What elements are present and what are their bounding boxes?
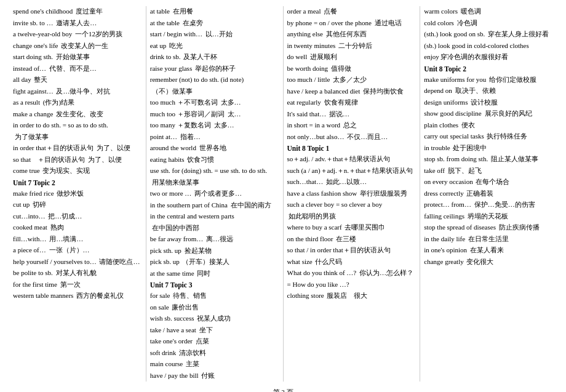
- list-item: cooked meat 熟肉: [13, 222, 142, 233]
- chinese-text: 第一次: [58, 279, 81, 290]
- list-item: point at… 指着…: [150, 132, 279, 142]
- english-text: by phone = on / over the phone: [287, 18, 372, 28]
- english-text: take one's order: [150, 336, 193, 346]
- chinese-text: 服装店 很大: [325, 290, 368, 301]
- chinese-text: 在用餐: [171, 6, 193, 17]
- english-text: = How do you like …?: [287, 279, 349, 290]
- list-item: stop the spread of diseases 防止疾病传播: [424, 222, 553, 233]
- list-item: in one's opinion 在某人看来: [424, 245, 553, 255]
- list-item: not only…but also… 不仅…而且…: [287, 132, 417, 142]
- list-item: depend on 取决于、依赖: [424, 86, 553, 96]
- list-item: in short = in a word 总之: [287, 120, 417, 130]
- list-item: eat regularly 饮食有规律: [287, 97, 417, 108]
- chinese-text: 在日常生活里: [466, 234, 509, 244]
- list-item: by phone = on / over the phone 通过电话: [287, 18, 417, 28]
- list-item: design uniforms 设计校服: [424, 97, 553, 108]
- chinese-text: 不仅…而且…: [345, 132, 388, 142]
- chinese-text: 为了做某事: [13, 132, 49, 142]
- list-item: have a class fashion show 举行班级服装秀: [287, 188, 417, 199]
- english-text: dress correctly: [424, 188, 463, 199]
- list-item: for sale 待售、销售: [150, 290, 279, 301]
- list-item: have / pay the bill 付账: [150, 370, 279, 381]
- english-text: cooked meat: [13, 222, 47, 233]
- list-item: invite sb. to … 邀请某人去…: [13, 18, 142, 28]
- list-item: cut up 切碎: [13, 199, 142, 210]
- chinese-text: 太多／太少: [331, 74, 367, 85]
- list-item: make uniforms for you 给你们定做校服: [424, 74, 553, 85]
- english-text: be polite to sb.: [13, 268, 53, 278]
- chinese-text: (作为)结果: [41, 97, 74, 108]
- column-4: warm colors 暖色调cold colors 冷色调(sth.) loo…: [420, 6, 557, 382]
- english-text: main course: [150, 359, 183, 369]
- chinese-text: 太…: [226, 109, 241, 119]
- list-item: change greatly 变化很大: [424, 257, 553, 267]
- list-item: too much ＋不可数名词 太多…: [150, 97, 279, 108]
- bottom-row: 第 3 页: [9, 382, 557, 392]
- chinese-text: 为了、以便: [86, 154, 122, 165]
- english-text: western table manners: [13, 290, 73, 301]
- list-item: stop sb. from doing sth. 阻止某人做某事: [424, 154, 553, 164]
- chinese-text: 请随便吃点…: [98, 257, 140, 267]
- chinese-text: 穿在某人身上很好看: [486, 29, 549, 39]
- list-item: take off 脱下、起飞: [424, 166, 553, 176]
- list-item: cold colors 冷色调: [424, 18, 553, 28]
- chinese-text: 取决于、依赖: [453, 86, 496, 96]
- english-text: at the table: [150, 18, 180, 28]
- list-item: at table 在用餐: [150, 6, 279, 17]
- chinese-text: 把…切成…: [47, 211, 82, 222]
- page-number: 第 3 页: [9, 388, 557, 392]
- list-item: such…that… 如此…以致…: [287, 177, 417, 187]
- english-text: eat up: [150, 41, 167, 51]
- chinese-text: 离…很远: [204, 234, 233, 244]
- english-text: so＋adj. / adv.＋that＋结果状语从句: [287, 154, 391, 164]
- english-text: cut…into…: [13, 211, 46, 222]
- chinese-text: （不）做某事: [150, 86, 193, 97]
- list-item: be worth doing 值得做: [287, 63, 417, 74]
- list-item: warm colors 暖色调: [424, 6, 553, 17]
- list-item: so＋adj. / adv.＋that＋结果状语从句: [287, 154, 417, 164]
- english-text: order a meal: [287, 6, 321, 17]
- chinese-text: 一个12岁的男孩: [73, 29, 122, 39]
- list-item: change one's life 改变某人的一生: [13, 41, 142, 51]
- list-item: pick sth. up 捡起某物: [150, 246, 279, 256]
- chinese-text: 做炒米饭: [55, 188, 84, 199]
- english-text: help yourself / yourselves to…: [13, 257, 97, 267]
- list-item: show good discipline 展示良好的风纪: [424, 108, 553, 119]
- chinese-text: 据说…: [327, 109, 349, 119]
- list-item: fight against… 及…做斗争、对抗: [13, 86, 142, 97]
- list-item: soft drink 清凉饮料: [150, 348, 279, 358]
- chinese-text: 为了、以便: [95, 143, 130, 153]
- list-item: where to buy a scarf 去哪里买围巾: [287, 222, 417, 233]
- chinese-text: 去哪里买围巾: [343, 222, 386, 233]
- chinese-text: 举行班级服装秀: [358, 188, 407, 199]
- english-text: in twenty minutes: [287, 41, 336, 51]
- english-text: instead of…: [13, 63, 46, 74]
- list-item: raise your glass 举起你的杯子: [150, 63, 279, 74]
- list-item: all day 整天: [13, 74, 142, 85]
- chinese-text: 祝某人成功: [196, 313, 231, 324]
- english-text: so that ＋目的状语从句: [13, 154, 85, 165]
- chinese-text: 变为现实、实现: [41, 166, 90, 176]
- english-text: come true: [13, 166, 40, 176]
- list-item: what size 什么尺码: [287, 257, 417, 267]
- english-text: cold colors: [424, 18, 454, 28]
- list-item: in order to do sth. = so as to do sth. 为…: [13, 120, 142, 142]
- list-item: (sb.) look good in cold-colored clothes: [424, 41, 553, 51]
- english-text: in trouble: [424, 143, 450, 153]
- list-item: carry out special tasks 执行特殊任务: [424, 131, 553, 142]
- list-item: help yourself / yourselves to… 请随便吃点…: [13, 257, 142, 267]
- chinese-text: 进展顺利: [308, 52, 337, 62]
- english-text: cut up: [13, 199, 30, 210]
- chinese-text: 举起你的杯子: [193, 63, 236, 74]
- chinese-text: 点餐: [322, 6, 337, 17]
- list-item: too much / little 太多／太少: [287, 74, 417, 85]
- english-text: change one's life: [13, 41, 58, 51]
- chinese-text: 整天: [33, 74, 48, 85]
- english-text: on every occasion: [424, 177, 472, 187]
- list-item: in the southern part of China 在中国的南方: [150, 200, 279, 210]
- chinese-text: 廉价出售: [170, 302, 199, 313]
- list-item: on sale 廉价出售: [150, 302, 279, 313]
- english-text: take off: [424, 166, 445, 176]
- list-item: What do you think of …? 你认为…怎么样？: [287, 268, 417, 278]
- chinese-text: 饮食习惯: [186, 154, 215, 165]
